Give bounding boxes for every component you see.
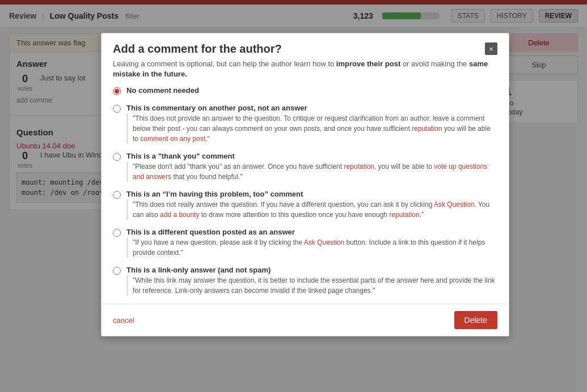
- modal-header: Add a comment for the author? ×: [102, 33, 509, 56]
- ask-question-link-3[interactable]: Ask Question: [434, 201, 474, 208]
- option-row-1: This is commentary on another post, not …: [113, 104, 497, 144]
- option-title-0: No comment needed: [126, 86, 199, 95]
- option-title-3: This is an “I’m having this problem, too…: [126, 190, 497, 198]
- option-desc-2: "Please don't add "thank you" as an answ…: [126, 161, 497, 182]
- option-content-0: No comment needed: [126, 86, 199, 96]
- voteup-link-2[interactable]: vote up questions and answers: [133, 163, 487, 181]
- option-row-3: This is an “I’m having this problem, too…: [113, 190, 497, 216]
- option-desc-1: "This does not provide an answer to the …: [126, 113, 497, 144]
- reputation-link-2[interactable]: reputation: [344, 163, 374, 171]
- modal-overlay[interactable]: Add a comment for the author? × Leaving …: [0, 0, 587, 216]
- option-row-2: This is a "thank you" comment "Please do…: [113, 152, 497, 182]
- option-desc-3: "This does not really answer the questio…: [126, 199, 497, 216]
- option-radio-3[interactable]: [113, 191, 121, 199]
- modal-subtitle: Leaving a comment is optional, but can h…: [102, 56, 509, 86]
- modal-close-button[interactable]: ×: [485, 42, 497, 55]
- modal-dialog: Add a comment for the author? × Leaving …: [101, 33, 509, 216]
- option-content-2: This is a "thank you" comment "Please do…: [126, 152, 497, 182]
- option-radio-1[interactable]: [113, 105, 121, 113]
- option-content-1: This is commentary on another post, not …: [126, 104, 497, 144]
- option-radio-2[interactable]: [113, 153, 121, 161]
- option-content-3: This is an “I’m having this problem, too…: [126, 190, 497, 216]
- modal-options: No comment needed This is commentary on …: [102, 86, 509, 216]
- bounty-link-3[interactable]: add a bounty: [160, 211, 199, 216]
- reputation-link-3[interactable]: reputation: [389, 211, 419, 216]
- comment-link-1[interactable]: comment on any post.: [140, 135, 207, 143]
- reputation-link-1[interactable]: reputation: [412, 125, 442, 133]
- option-radio-0[interactable]: [113, 87, 121, 95]
- option-title-1: This is commentary on another post, not …: [126, 104, 497, 112]
- option-row-0: No comment needed: [113, 86, 497, 96]
- option-title-2: This is a "thank you" comment: [126, 152, 497, 160]
- modal-title: Add a comment for the author?: [113, 42, 282, 56]
